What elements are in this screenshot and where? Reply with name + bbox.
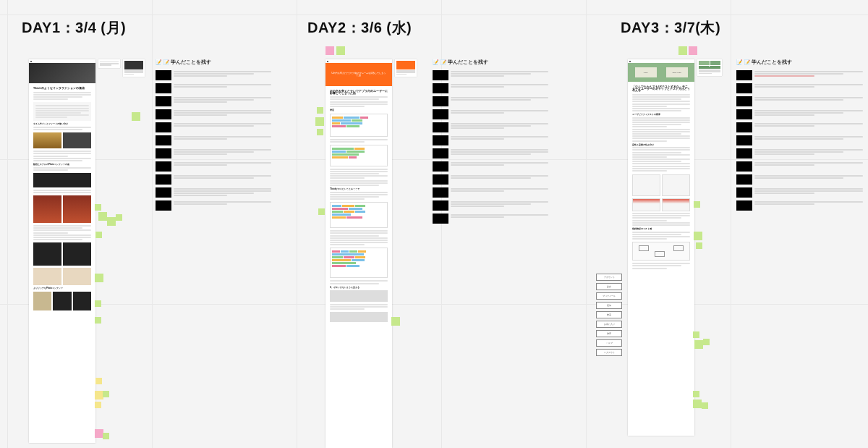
notes-title: 📝📝 学んだことを残す: [736, 59, 863, 66]
figjam-canvas[interactable]: DAY1：3/4 (月) Tiktokのようなインタラクションの価値 タイムライ…: [0, 0, 868, 448]
note-item[interactable]: [156, 122, 271, 132]
note-item[interactable]: [156, 96, 271, 106]
sticky-note[interactable]: [95, 204, 101, 211]
sticky-note[interactable]: [95, 378, 102, 384]
sticky-note[interactable]: [315, 117, 324, 126]
label-item[interactable]: 履歴: [596, 330, 622, 337]
day1-article-frame[interactable]: Tiktokのようなインタラクションの価値 タイムラインとフィードの使い分け 動…: [29, 59, 95, 443]
label-item[interactable]: ログアウト: [596, 349, 622, 356]
img-placeholder: [330, 312, 388, 322]
sticky-note[interactable]: [95, 274, 103, 282]
note-item[interactable]: [433, 187, 548, 198]
note-item[interactable]: [156, 148, 271, 159]
note-item[interactable]: [736, 122, 863, 132]
note-item[interactable]: [736, 148, 863, 159]
day3-article-frame[interactable]: HERE HERE AFTER 「なんでもかんでもUXテストするな」モニターとユ…: [628, 59, 694, 436]
sticky-note[interactable]: [703, 339, 710, 345]
note-item[interactable]: [433, 200, 548, 211]
sticky-note[interactable]: [693, 391, 699, 397]
sticky-note[interactable]: [103, 433, 109, 439]
day1-sidecard-1[interactable]: [98, 59, 120, 68]
sticky-note[interactable]: [98, 212, 107, 221]
note-item[interactable]: [156, 70, 271, 80]
label-item[interactable]: アカウント: [596, 274, 622, 281]
section-day3: DAY3：3/7(木): [621, 18, 720, 54]
label-item[interactable]: プロフィール: [596, 292, 622, 300]
sticky-note[interactable]: [95, 300, 101, 307]
label-item[interactable]: お気に入り: [596, 321, 622, 328]
note-item[interactable]: [156, 161, 271, 172]
img-placeholder: [330, 145, 388, 166]
note-item[interactable]: [736, 70, 863, 80]
label-item[interactable]: ヘルプ: [596, 339, 622, 347]
note-item[interactable]: [433, 83, 548, 93]
note-item[interactable]: [433, 70, 548, 80]
day2-article-frame[interactable]: UIの色を変えただけで大幅のクレームを招致してしまった話 UIの色を変えたせいで…: [326, 59, 392, 448]
label-item[interactable]: 設定: [596, 283, 622, 290]
sticky-note[interactable]: [107, 217, 116, 226]
day2-section-3: U、ボタンがないように見える: [330, 287, 388, 289]
sticky-note[interactable]: [693, 331, 699, 338]
note-item[interactable]: [736, 109, 863, 119]
day2-headline: UIの色を変えたせいでアプリ内のユーザーに影響してしまった話: [330, 90, 388, 94]
note-item[interactable]: [736, 161, 863, 172]
note-item[interactable]: [736, 200, 863, 211]
sticky-note[interactable]: [694, 340, 703, 349]
notes-title-text: 📝 学んだことを残す: [163, 59, 211, 64]
note-item[interactable]: [156, 187, 271, 198]
day1-headline: Tiktokのようなインタラクションの価値: [33, 88, 91, 90]
day2-notes-column: 📝📝 学んだことを残す: [433, 59, 548, 227]
day3-section-2: 定性と定量の住み分け: [632, 144, 690, 146]
img-placeholder: [330, 202, 388, 228]
note-item[interactable]: [736, 96, 863, 106]
note-item[interactable]: [433, 174, 548, 185]
sticky-note[interactable]: [95, 402, 101, 408]
sticky-note[interactable]: [132, 112, 140, 121]
memo-icon: 📝: [156, 59, 162, 64]
note-item[interactable]: [736, 83, 863, 93]
sticky-note[interactable]: [694, 232, 702, 240]
sticky-note[interactable]: [317, 129, 323, 135]
sticky-note[interactable]: [336, 46, 345, 55]
sticky-note[interactable]: [317, 107, 323, 114]
sticky-note[interactable]: [116, 214, 122, 221]
day1-hero-image: [29, 63, 95, 83]
sticky-note[interactable]: [702, 402, 708, 409]
sticky-note[interactable]: [95, 317, 101, 324]
day3-sidecard[interactable]: ▶: [697, 59, 722, 76]
note-item[interactable]: [736, 174, 863, 185]
sticky-note[interactable]: [391, 317, 400, 326]
day1-sidecard-2[interactable]: [123, 59, 145, 77]
sticky-note[interactable]: [326, 46, 334, 55]
note-item[interactable]: [433, 148, 548, 159]
label-item[interactable]: 検索: [596, 311, 622, 318]
hero-badge-left: HERE: [635, 67, 657, 77]
notes-title-text: 📝 学んだことを残す: [441, 59, 488, 64]
note-item[interactable]: [433, 135, 548, 145]
note-item[interactable]: [433, 96, 548, 106]
note-item[interactable]: [156, 109, 271, 119]
note-item[interactable]: [433, 122, 548, 132]
sticky-note[interactable]: [95, 232, 102, 238]
day1-title: DAY1：3/4 (月): [22, 18, 126, 38]
note-item[interactable]: [433, 109, 548, 119]
label-item[interactable]: 通知: [596, 302, 622, 309]
note-item[interactable]: [433, 214, 548, 224]
sticky-note[interactable]: [318, 208, 325, 215]
note-item[interactable]: [736, 187, 863, 198]
img-placeholder: [330, 248, 388, 278]
sticky-note[interactable]: [103, 391, 109, 397]
sticky-note[interactable]: [693, 400, 702, 408]
note-item[interactable]: [156, 174, 271, 185]
sticky-note[interactable]: [696, 242, 702, 249]
note-item[interactable]: [156, 83, 271, 93]
sticky-note[interactable]: [689, 46, 697, 55]
day3-title: DAY3：3/7(木): [621, 18, 720, 38]
note-item[interactable]: [736, 135, 863, 145]
note-item[interactable]: [156, 135, 271, 145]
day2-sidecard[interactable]: [395, 59, 417, 77]
sticky-note[interactable]: [694, 201, 700, 208]
note-item[interactable]: [433, 161, 548, 172]
sticky-note[interactable]: [678, 46, 687, 55]
note-item[interactable]: [156, 200, 271, 211]
